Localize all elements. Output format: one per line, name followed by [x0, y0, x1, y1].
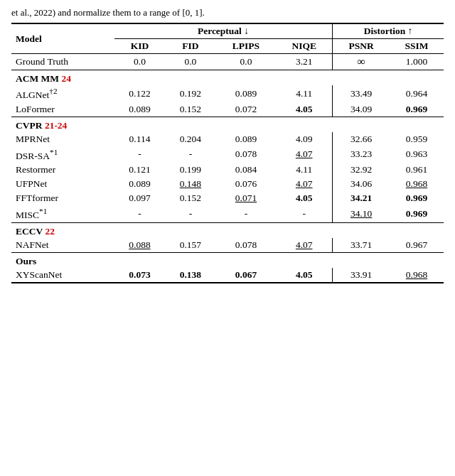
table-cell: 33.71 — [333, 238, 390, 253]
table-cell: 0.969 — [390, 102, 444, 117]
table-row: Restormer0.1210.1990.0844.1132.920.961 — [11, 163, 444, 177]
table-row: MISC*1----34.100.969 — [11, 205, 444, 222]
table-cell: 0.152 — [165, 191, 215, 205]
table-cell: 1.000 — [390, 54, 444, 70]
model-name: LoFormer — [11, 102, 114, 117]
table-cell: 0.089 — [216, 132, 277, 146]
model-name: NAFNet — [11, 238, 114, 253]
table-cell: 0.969 — [390, 205, 444, 222]
table-cell: 0.089 — [216, 85, 277, 102]
table-cell: 0.097 — [114, 191, 165, 205]
table-row: MPRNet0.1140.2040.0894.0932.660.959 — [11, 132, 444, 146]
table-cell: 4.11 — [276, 85, 332, 102]
table-cell: 0.204 — [165, 132, 215, 146]
model-name: UFPNet — [11, 177, 114, 191]
table-cell: 0.0 — [114, 54, 165, 70]
table-cell: 0.968 — [390, 177, 444, 191]
table-cell: 0.961 — [390, 163, 444, 177]
table-cell: - — [216, 205, 277, 222]
group-header-row: ECCV 22 — [11, 222, 444, 238]
table-cell: 0.067 — [216, 268, 277, 283]
table-cell: 32.92 — [333, 163, 390, 177]
comparison-table: Model Perceptual ↓ Distortion ↑ KID FID … — [11, 23, 444, 283]
distortion-header: Distortion ↑ — [333, 23, 444, 39]
kid-header: KID — [114, 39, 165, 54]
table-cell: 4.07 — [276, 177, 332, 191]
table-cell: 0.192 — [165, 85, 215, 102]
table-cell: 0.071 — [216, 191, 277, 205]
lpips-header: LPIPS — [216, 39, 277, 54]
group-label: ACM MM 24 — [11, 70, 444, 86]
model-name: FFTformer — [11, 191, 114, 205]
group-header-row: Ours — [11, 252, 444, 268]
table-cell: 0.078 — [216, 146, 277, 163]
fid-header: FID — [165, 39, 215, 54]
table-row: XYScanNet0.0730.1380.0674.0533.910.968 — [11, 268, 444, 283]
table-cell: 0.076 — [216, 177, 277, 191]
model-name: Restormer — [11, 163, 114, 177]
model-name: ALGNet†2 — [11, 85, 114, 102]
table-row: LoFormer0.0890.1520.0724.0534.090.969 — [11, 102, 444, 117]
group-header-row: CVPR 21-24 — [11, 117, 444, 132]
table-row: Ground Truth0.00.00.03.21∞1.000 — [11, 54, 444, 70]
model-name: DSR-SA*1 — [11, 146, 114, 163]
table-cell: 0.199 — [165, 163, 215, 177]
table-cell: 3.21 — [276, 54, 332, 70]
table-row: FFTformer0.0970.1520.0714.0534.210.969 — [11, 191, 444, 205]
table-cell: 4.05 — [276, 102, 332, 117]
table-cell: 0.072 — [216, 102, 277, 117]
table-cell: 33.23 — [333, 146, 390, 163]
table-cell: 0.073 — [114, 268, 165, 283]
model-header: Model — [11, 23, 114, 54]
table-cell: 0.152 — [165, 102, 215, 117]
table-cell: 0.959 — [390, 132, 444, 146]
table-cell: 4.05 — [276, 191, 332, 205]
model-name: MISC*1 — [11, 205, 114, 222]
table-cell: ∞ — [333, 54, 390, 70]
table-cell: 0.138 — [165, 268, 215, 283]
ssim-header: SSIM — [390, 39, 444, 54]
table-cell: 0.121 — [114, 163, 165, 177]
table-cell: 0.114 — [114, 132, 165, 146]
group-label: Ours — [11, 252, 444, 268]
table-row: NAFNet0.0880.1570.0784.0733.710.967 — [11, 238, 444, 253]
table-cell: 32.66 — [333, 132, 390, 146]
table-cell: 4.05 — [276, 268, 332, 283]
table-cell: 0.148 — [165, 177, 215, 191]
table-cell: - — [276, 205, 332, 222]
table-cell: 33.49 — [333, 85, 390, 102]
group-label: ECCV 22 — [11, 222, 444, 238]
table-cell: - — [114, 146, 165, 163]
table-cell: 0.088 — [114, 238, 165, 253]
table-cell: 33.91 — [333, 268, 390, 283]
table-cell: 0.089 — [114, 102, 165, 117]
model-name: Ground Truth — [11, 54, 114, 70]
table-cell: 34.09 — [333, 102, 390, 117]
psnr-header: PSNR — [333, 39, 390, 54]
table-row: DSR-SA*1--0.0784.0733.230.963 — [11, 146, 444, 163]
table-cell: 0.084 — [216, 163, 277, 177]
table-cell: 4.07 — [276, 146, 332, 163]
model-name: MPRNet — [11, 132, 114, 146]
table-cell: - — [114, 205, 165, 222]
table-cell: 0.078 — [216, 238, 277, 253]
table-cell: 0.089 — [114, 177, 165, 191]
group-label: CVPR 21-24 — [11, 117, 444, 132]
table-cell: 0.964 — [390, 85, 444, 102]
table-cell: - — [165, 146, 215, 163]
table-cell: 0.967 — [390, 238, 444, 253]
table-cell: 0.122 — [114, 85, 165, 102]
table-cell: 34.06 — [333, 177, 390, 191]
table-cell: 0.968 — [390, 268, 444, 283]
table-cell: 34.10 — [333, 205, 390, 222]
table-row: UFPNet0.0890.1480.0764.0734.060.968 — [11, 177, 444, 191]
group-header-row: ACM MM 24 — [11, 70, 444, 86]
intro-text: et al., 2022) and normalize them to a ra… — [11, 7, 444, 18]
table-cell: 4.09 — [276, 132, 332, 146]
niqe-header: NIQE — [276, 39, 332, 54]
model-name: XYScanNet — [11, 268, 114, 283]
table-cell: 0.0 — [165, 54, 215, 70]
table-cell: 4.07 — [276, 238, 332, 253]
table-cell: 34.21 — [333, 191, 390, 205]
table-cell: 0.157 — [165, 238, 215, 253]
